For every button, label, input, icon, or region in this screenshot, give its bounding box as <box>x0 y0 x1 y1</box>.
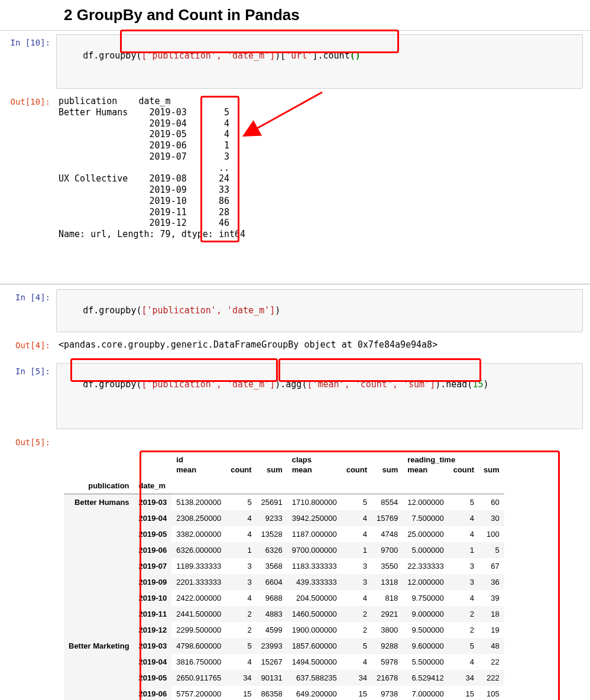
output-table-wrap: idclapsreading_timemeancountsummeancount… <box>64 449 590 700</box>
prompt-out-5: Out[5]: <box>0 434 56 447</box>
table-row: Better Humans2019-035138.200000525691171… <box>64 494 504 510</box>
prompt-in-5: In [5]: <box>0 363 56 376</box>
arrow-icon <box>234 89 328 148</box>
code-text: df.groupby(['publication', 'date_m']).ag… <box>83 379 488 390</box>
table-row: Better Marketing2019-034798.600000523993… <box>64 638 504 654</box>
code-input-10[interactable]: df.groupby(['publication', 'date_m'])['u… <box>56 34 583 89</box>
cell-out-10: Out[10]: publication date_m Better Human… <box>0 91 590 278</box>
cell-in-10: In [10]: df.groupby(['publication', 'dat… <box>0 32 590 91</box>
cell-out-4: Out[4]: <pandas.core.groupby.generic.Dat… <box>0 335 590 355</box>
output-text-10: publication date_m Better Humans 2019-03… <box>56 93 590 276</box>
cell-in-5: In [5]: df.groupby(['publication', 'date… <box>0 361 590 432</box>
prompt-in-10: In [10]: <box>0 34 56 47</box>
code-text: df.groupby(['publication', 'date_m']) <box>83 305 280 316</box>
prompt-out-10: Out[10]: <box>0 93 56 106</box>
prompt-out-4: Out[4]: <box>0 337 56 350</box>
code-input-5[interactable]: df.groupby(['publication', 'date_m']).ag… <box>56 363 583 429</box>
agg-table: idclapsreading_timemeancountsummeancount… <box>64 452 504 700</box>
code-input-4[interactable]: df.groupby(['publication', 'date_m']) <box>56 289 583 332</box>
cell-out-5: Out[5]: <box>0 432 590 449</box>
section-heading: 2 GroupBy and Count in Pandas <box>0 0 590 30</box>
svg-line-0 <box>245 92 322 135</box>
output-text-4: <pandas.core.groupby.generic.DataFrameGr… <box>56 337 590 353</box>
code-text: df.groupby(['publication', 'date_m'])['u… <box>83 50 361 61</box>
prompt-in-4: In [4]: <box>0 289 56 302</box>
cell-in-4: In [4]: df.groupby(['publication', 'date… <box>0 287 590 335</box>
